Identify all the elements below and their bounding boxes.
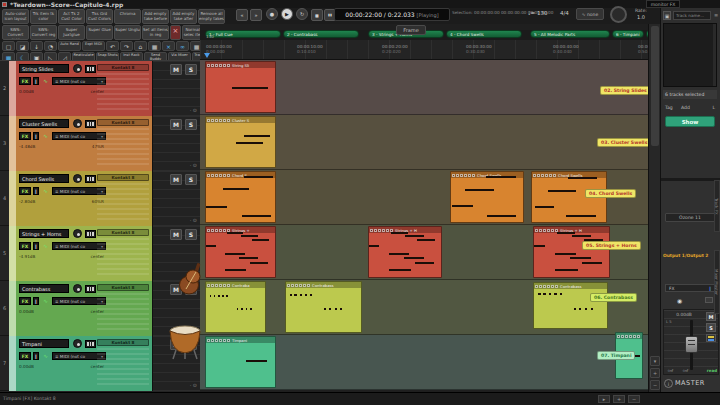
volume-readout[interactable]: -2.80dB: [19, 199, 35, 204]
routing-icon[interactable]: ∿: [41, 352, 50, 360]
toolbar-button[interactable]: Add empty take after: [170, 9, 197, 24]
mute-button[interactable]: M: [170, 229, 182, 240]
time-signature[interactable]: 4/4: [560, 10, 569, 16]
home-icon[interactable]: ⌂: [134, 41, 147, 51]
master-fx-slot[interactable]: Ozone 11: [665, 213, 715, 222]
redo-icon[interactable]: ↷: [120, 41, 133, 51]
note-label[interactable]: 05. Strings + Horns: [582, 241, 641, 250]
region-marker[interactable]: 4 - Chord Swells: [446, 30, 522, 38]
playrate-knob[interactable]: [610, 6, 627, 23]
track-lane-4[interactable]: Chord SChord SwellsChord Swells: [200, 170, 648, 225]
toolbar-button[interactable]: ×: [170, 25, 181, 40]
track-name-box[interactable]: Cluster Swells: [19, 119, 69, 128]
stop-button[interactable]: ■: [311, 9, 323, 21]
meter-options-icons[interactable]: · ⊙: [190, 383, 197, 388]
add-button[interactable]: Add: [681, 103, 690, 112]
hzoom-out-button[interactable]: −: [628, 395, 640, 403]
meter-options-icons[interactable]: · ⊙: [190, 218, 197, 223]
automation-mode[interactable]: read: [707, 368, 717, 373]
media-item[interactable]: Timpani: [205, 336, 276, 388]
track-list-box[interactable]: [663, 23, 717, 87]
tcp-track-strings-horns[interactable]: 5Strings + HornsFX❙∿▾≡ MIDI (not co-4.91…: [0, 226, 200, 281]
arrange-view[interactable]: 1 - Full Cue2 - Contrabass3 - Strings + …: [200, 24, 648, 392]
record-arm-button[interactable]: [73, 174, 82, 183]
track-name-filter-input[interactable]: Track name...: [673, 11, 711, 20]
note-label[interactable]: 06. Contrabass: [590, 293, 637, 302]
media-item[interactable]: String Sli: [205, 61, 276, 113]
solo-button[interactable]: S: [185, 229, 197, 240]
tcp-track-chord-swells[interactable]: 4Chord SwellsFX❙∿▾≡ MIDI (not co-2.80dB6…: [0, 171, 200, 226]
fx-bypass-button[interactable]: ❙: [33, 187, 39, 195]
hzoom-in-button[interactable]: +: [613, 395, 625, 403]
track-name-box[interactable]: Contrabass: [19, 284, 69, 293]
glue-items-icon[interactable]: ∞: [176, 41, 189, 51]
solo-button[interactable]: S: [185, 64, 197, 75]
fx-bypass-button[interactable]: ❙: [33, 242, 39, 250]
tag-button[interactable]: Tag: [665, 103, 673, 112]
info-icon[interactable]: i: [664, 379, 673, 388]
track-name-box[interactable]: String Slides: [19, 64, 69, 73]
meter-options-icons[interactable]: · ⊙: [190, 108, 197, 113]
import-icon[interactable]: ↓: [30, 41, 43, 51]
fx-button[interactable]: FX: [19, 297, 31, 305]
envelope-button[interactable]: ∿ none: [576, 8, 604, 20]
record-arm-icon[interactable]: ◉: [677, 297, 682, 304]
panel-menu-icon[interactable]: ≡: [713, 11, 719, 20]
media-item[interactable]: Strings + H: [533, 226, 610, 278]
fx-button[interactable]: FX: [19, 77, 31, 85]
fx-bypass-button[interactable]: ❙: [33, 352, 39, 360]
track-name-box[interactable]: Strings + Horns: [19, 229, 69, 238]
toolbar-button[interactable]: Act Tk 2 Cust Color: [58, 9, 85, 24]
track-name-box[interactable]: Chord Swells: [19, 174, 69, 183]
note-label[interactable]: 04. Chord Swells: [585, 189, 636, 198]
master-fader-knob[interactable]: [685, 336, 698, 353]
toolbar-button[interactable]: Trk item tk color: [30, 9, 57, 24]
track-lane-6[interactable]: ContrabaContrabassContrabass: [200, 280, 648, 335]
volume-readout[interactable]: 0.00dB: [19, 364, 34, 369]
track-lane-5[interactable]: Strings + Strings + HStrings + H: [200, 225, 648, 280]
vertical-scrollbar[interactable]: ▾ + −: [648, 24, 660, 392]
toolbar-button[interactable]: Remove all empty takes: [198, 9, 225, 24]
frame-unit-button[interactable]: Frame: [396, 25, 426, 35]
toolbar-button[interactable]: Super Unglu: [114, 25, 141, 40]
record-arm-button[interactable]: [73, 64, 82, 73]
monitor-fx-tab[interactable]: monitor FX: [646, 0, 680, 8]
meter-options-icons[interactable]: · ⊙: [190, 163, 197, 168]
hscroll-play-button[interactable]: ▸: [598, 395, 610, 403]
record-button[interactable]: ●: [266, 8, 278, 20]
mute-button[interactable]: M: [170, 119, 182, 130]
show-button[interactable]: Show: [665, 116, 715, 127]
tempo-display[interactable]: ♩= 130: [528, 10, 547, 16]
record-arm-button[interactable]: [73, 119, 82, 128]
track-lane-3[interactable]: Cluster S: [200, 115, 648, 170]
routing-icon[interactable]: ∿: [41, 132, 50, 140]
master-solo-button[interactable]: S: [706, 323, 716, 332]
solo-button[interactable]: S: [185, 119, 197, 130]
fx-enable-icon[interactable]: ❙: [708, 285, 712, 292]
region-marker[interactable]: 1 - Full Cue: [205, 30, 281, 38]
routing-icon[interactable]: ∿: [41, 297, 50, 305]
master-fx-button[interactable]: FX❙: [665, 284, 715, 292]
volume-readout[interactable]: -4.91dB: [19, 254, 35, 259]
track-lane-7[interactable]: TimpaniT: [200, 335, 648, 390]
track-name-box[interactable]: Timpani: [19, 339, 69, 348]
timeline-ruler[interactable]: 130 00:00:00:000:00.00000:00:10:000:10.0…: [200, 40, 648, 60]
dock-tab-track-fx[interactable]: Track FX: [714, 180, 720, 232]
routing-icon[interactable]: ∿: [41, 242, 50, 250]
media-item[interactable]: Chord S: [205, 171, 276, 223]
track-lane-2[interactable]: String Sli: [200, 60, 648, 115]
toolbar-button[interactable]: Super Glue: [86, 25, 113, 40]
vzoom-in-button[interactable]: +: [650, 368, 660, 378]
screenset-icon[interactable]: ▦: [148, 41, 161, 51]
io-meter-icon[interactable]: [706, 334, 716, 342]
transport-time-display[interactable]: 00:00:22:00 / 0:22.033 [Playing]: [334, 8, 450, 21]
auto-rand-button[interactable]: Auto Rand: [58, 41, 81, 51]
volume-readout[interactable]: 0.00dB: [19, 309, 34, 314]
cut-items-icon[interactable]: ×: [162, 41, 175, 51]
toolbar-button[interactable]: Tks Grd Cust Colors: [86, 9, 113, 24]
instrument-fx-slot[interactable]: Kontakt 8: [97, 339, 149, 346]
monitor-icon[interactable]: [705, 297, 713, 303]
routing-icon[interactable]: ∿: [41, 77, 50, 85]
media-item[interactable]: Contrabass: [285, 281, 362, 333]
routing-icon[interactable]: ∿: [41, 187, 50, 195]
